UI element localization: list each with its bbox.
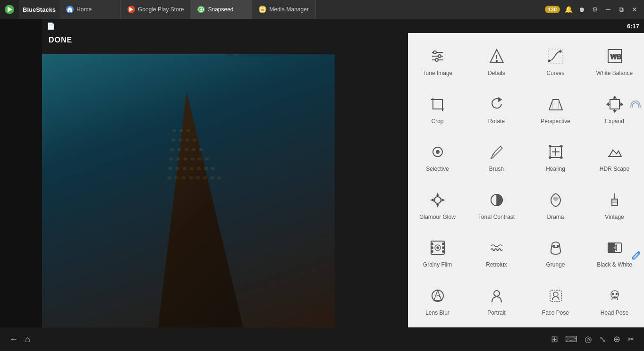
hdr-scape-icon	[605, 142, 625, 162]
details-label: Details	[488, 70, 505, 77]
svg-point-72	[549, 145, 551, 147]
media-manager-tab-icon	[259, 6, 266, 13]
svg-rect-38	[217, 176, 221, 179]
face-pose-label: Face Pose	[542, 309, 569, 317]
done-button[interactable]: DONE	[49, 36, 72, 44]
taskbar-right: 130 🔔 ⏺ ⚙ ─ ⧉ ✕	[540, 5, 644, 14]
selective-icon	[428, 142, 448, 162]
svg-point-103	[553, 292, 558, 297]
settings-icon[interactable]: ⚙	[590, 5, 600, 14]
svg-point-95	[553, 245, 554, 247]
tonal-contrast-icon	[487, 190, 507, 210]
svg-rect-17	[199, 148, 203, 151]
drama-label: Drama	[547, 214, 564, 221]
tune-image-label: Tune Image	[423, 70, 453, 77]
tab-media-manager[interactable]: Media Manager	[252, 0, 315, 19]
svg-point-96	[557, 245, 558, 247]
tool-drama[interactable]: Drama	[526, 182, 585, 230]
tool-brush[interactable]: Brush	[467, 134, 526, 182]
expand-bottom-icon[interactable]: ⤡	[599, 334, 606, 344]
perspective-icon	[546, 94, 566, 114]
hdr-scape-label: HDR Scape	[600, 166, 629, 173]
record-icon[interactable]: ⏺	[577, 5, 586, 14]
retrolux-label: Retrolux	[486, 261, 507, 269]
svg-rect-10	[178, 139, 182, 142]
svg-point-49	[559, 50, 561, 52]
white-balance-label: White Balance	[596, 70, 633, 77]
tool-head-pose[interactable]: Head Pose	[585, 277, 644, 326]
tool-grainy-film[interactable]: Grainy Film	[408, 229, 467, 277]
tab-snapseed[interactable]: Snapseed	[191, 0, 252, 19]
svg-marker-65	[621, 103, 623, 106]
glamour-glow-label: Glamour Glow	[419, 214, 456, 221]
svg-rect-33	[182, 176, 186, 179]
svg-rect-25	[176, 167, 179, 170]
tune-image-icon	[428, 46, 448, 66]
tool-white-balance[interactable]: WB White Balance	[585, 38, 644, 86]
tool-crop[interactable]: Crop	[408, 86, 467, 134]
svg-rect-4	[260, 7, 265, 12]
close-icon[interactable]: ✕	[630, 5, 639, 14]
rotate-label: Rotate	[488, 118, 505, 125]
svg-rect-8	[186, 129, 190, 132]
portrait-label: Portrait	[487, 309, 506, 317]
tool-portrait[interactable]: Portrait	[467, 277, 526, 326]
svg-point-42	[433, 51, 436, 54]
tool-selective[interactable]: Selective	[408, 134, 467, 182]
notification-icon[interactable]: 🔔	[564, 5, 573, 14]
svg-rect-92	[442, 251, 444, 252]
tool-tonal-contrast[interactable]: Tonal Contrast	[467, 182, 526, 230]
svg-point-47	[496, 60, 497, 62]
portrait-icon	[487, 286, 507, 306]
tool-hdr-scape[interactable]: HDR Scape	[585, 134, 644, 182]
svg-rect-57	[610, 100, 619, 109]
crop-icon	[428, 94, 448, 114]
svg-rect-9	[171, 139, 175, 142]
svg-rect-15	[185, 148, 188, 151]
home-bottom-icon[interactable]: ⌂	[25, 334, 30, 344]
tool-vintage[interactable]: Vintage	[585, 182, 644, 230]
back-icon[interactable]: ←	[9, 334, 18, 344]
svg-rect-24	[169, 167, 172, 170]
tool-retrolux[interactable]: Retrolux	[467, 229, 526, 277]
restore-icon[interactable]: ⧉	[617, 5, 626, 14]
svg-marker-63	[613, 110, 616, 112]
svg-rect-35	[196, 176, 200, 179]
svg-rect-91	[442, 247, 444, 249]
tonal-contrast-label: Tonal Contrast	[478, 214, 515, 221]
grunge-label: Grunge	[546, 261, 565, 269]
bluestacks-logo	[0, 0, 19, 19]
svg-rect-18	[169, 158, 173, 160]
tool-perspective[interactable]: Perspective	[526, 86, 585, 134]
tool-tune-image[interactable]: Tune Image	[408, 38, 467, 86]
svg-point-73	[560, 145, 562, 147]
scissors-icon[interactable]: ✂	[627, 334, 635, 344]
keyboard-icon[interactable]: ⌨	[565, 334, 577, 344]
brush-label: Brush	[489, 166, 504, 173]
tool-lens-blur[interactable]: Lens Blur	[408, 277, 467, 326]
tool-glamour-glow[interactable]: Glamour Glow	[408, 182, 467, 230]
pencil-icon	[631, 250, 641, 262]
svg-rect-14	[178, 148, 181, 151]
location-icon[interactable]: ⊕	[613, 334, 620, 344]
tab-home[interactable]: Home	[59, 0, 121, 19]
camera-icon[interactable]: ◎	[585, 334, 592, 344]
svg-rect-20	[184, 158, 187, 160]
building-windows-svg	[130, 92, 271, 327]
tool-healing[interactable]: Healing	[526, 134, 585, 182]
tool-details[interactable]: Details	[467, 38, 526, 86]
rotate-icon	[487, 94, 507, 114]
tool-grunge[interactable]: Grunge	[526, 229, 585, 277]
tool-rotate[interactable]: Rotate	[467, 86, 526, 134]
svg-rect-88	[431, 247, 433, 249]
tool-face-pose[interactable]: Face Pose	[526, 277, 585, 326]
minimize-icon[interactable]: ─	[603, 5, 613, 14]
tab-google-play[interactable]: Google Play Store	[121, 0, 191, 19]
svg-rect-34	[189, 176, 193, 179]
coin-badge: 130	[545, 6, 560, 13]
grid-icon[interactable]: ⊞	[551, 334, 558, 344]
svg-rect-87	[431, 243, 433, 245]
head-pose-icon	[605, 286, 625, 306]
svg-marker-64	[607, 103, 609, 106]
tool-curves[interactable]: Curves	[526, 38, 585, 86]
